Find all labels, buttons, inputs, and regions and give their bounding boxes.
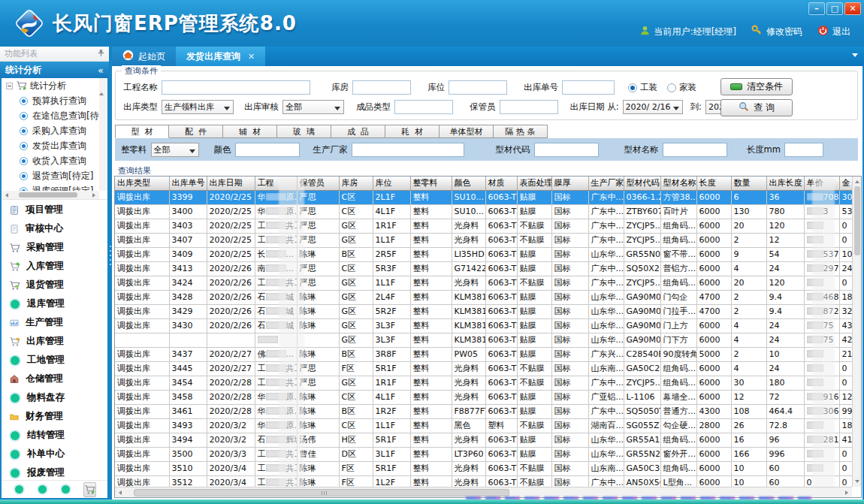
tree-item-shipment-out-query[interactable]: 发货出库查询: [2, 138, 99, 153]
product-type-input[interactable]: [394, 100, 453, 114]
table-row[interactable]: 调拨出库33992020/2/25华原...严思C区2L1F整料SU10...6…: [115, 190, 852, 204]
table-row[interactable]: 调拨出库34292020/2/26石城陈琳G区5R2F整料KLM38176063…: [115, 304, 852, 318]
menu-item-finance[interactable]: 财务管理: [2, 407, 107, 426]
grid-horizontal-scrollbar[interactable]: [115, 487, 852, 497]
mat-tab-single-profile[interactable]: 单体型材: [440, 125, 494, 138]
tree-item-transit-query[interactable]: 在途信息查询[待: [2, 108, 99, 123]
column-header[interactable]: 材质: [485, 177, 517, 190]
search-button[interactable]: 查 询: [721, 99, 793, 116]
column-header[interactable]: 生产厂家: [588, 177, 624, 190]
table-row[interactable]: 调拨出库34132020/2/26南...严思C区5R3F整料G71422606…: [115, 261, 852, 276]
warehouse-input[interactable]: [352, 80, 411, 95]
menu-item-inventory[interactable]: 物料盘存: [2, 388, 107, 407]
order-no-input[interactable]: [562, 80, 615, 95]
tree-item-return-store-query[interactable]: 退库管理[待定]: [2, 183, 99, 191]
table-row[interactable]: 调拨出库35122020/3/4工共工程陈琳F区1L2F整料光身料6063-T5…: [115, 475, 852, 487]
tree-item-return-query[interactable]: 退货查询[待定]: [2, 168, 99, 183]
mat-tab-thermal-strip[interactable]: 隔 热 条: [494, 125, 548, 138]
clear-conditions-button[interactable]: 清空条件: [721, 78, 793, 95]
green-dot-icon[interactable]: [15, 485, 23, 493]
column-header[interactable]: 膜厚: [551, 177, 588, 190]
table-row[interactable]: 调拨出库34242020/2/26工共工程严思G区1L1F整料光身料6063-T…: [115, 276, 852, 290]
table-row[interactable]: 调拨出库34582020/2/28华原...陈琳C区4L1F整料光身料6063-…: [115, 390, 852, 404]
logout-button[interactable]: 退出: [817, 25, 850, 38]
table-row[interactable]: 调拨出库34072020/2/25工共工程严思G区1L1F整料光身料6063-T…: [115, 233, 852, 247]
menu-item-purchase[interactable]: 采购管理: [2, 238, 107, 257]
project-name-input[interactable]: [162, 80, 310, 95]
column-header[interactable]: 库位: [373, 177, 410, 190]
mat-tab-glass[interactable]: 玻 璃: [277, 125, 331, 138]
column-header[interactable]: 出库类型: [115, 177, 169, 190]
whole-part-select[interactable]: 全部: [151, 143, 199, 157]
date-from-select[interactable]: 2020/ 2/16: [623, 100, 683, 114]
sidebar-group-header[interactable]: 统计分析 «: [0, 62, 109, 78]
table-row[interactable]: 调拨出库35002020/3/3工共工程曹佳D区3L1F整料LT3P606063…: [115, 447, 852, 461]
close-button[interactable]: ✕: [844, 2, 861, 15]
change-password-button[interactable]: 修改密码: [751, 25, 802, 38]
mat-tab-finished[interactable]: 成 品: [331, 125, 385, 138]
column-header[interactable]: 出库单号: [169, 177, 207, 190]
column-header[interactable]: 颜色: [452, 177, 485, 190]
table-row[interactable]: 调拨出库34302020/2/26石城陈琳G区3L3F整料KLM38176063…: [115, 318, 852, 333]
minimize-button[interactable]: –: [808, 2, 825, 15]
tree-expander-icon[interactable]: [6, 83, 13, 89]
menu-item-returns[interactable]: 退货管理: [2, 276, 107, 294]
pin-icon[interactable]: [98, 49, 104, 59]
table-row[interactable]: 调拨出库34932020/3/2华原...陈琳C区1L1F整料黑色塑料不贴膜国标…: [115, 418, 852, 433]
menu-item-carryover[interactable]: 结转管理: [2, 426, 107, 445]
menu-item-outbound[interactable]: 出库管理: [2, 332, 107, 351]
column-header[interactable]: 金: [839, 177, 852, 190]
table-row[interactable]: 调拨出库35102020/3/4工共工程陈琳F区5R1F整料光身料6063-T5…: [115, 461, 852, 475]
gongzhuang-radio[interactable]: [628, 83, 637, 92]
table-row[interactable]: 调拨出库34372020/2/27佛...陈琳B区3R8F整料PW056063-…: [115, 347, 852, 361]
column-header[interactable]: 型材名称: [660, 177, 696, 190]
color-input[interactable]: [235, 143, 300, 157]
cart-shortcut-button[interactable]: [83, 482, 96, 497]
column-header[interactable]: 长度: [696, 177, 731, 190]
menu-item-inbound[interactable]: 入库管理: [2, 257, 107, 276]
column-header[interactable]: 出库长度: [766, 177, 804, 190]
tab-shipment-out-query[interactable]: 发货出库查询 ✕: [176, 47, 265, 66]
manufacturer-input[interactable]: [352, 143, 464, 157]
profile-code-input[interactable]: [534, 143, 599, 157]
column-header[interactable]: 整零料: [410, 177, 452, 190]
collapse-icon[interactable]: «: [98, 65, 104, 76]
mat-tab-fittings[interactable]: 配 件: [169, 125, 223, 138]
green-dot-icon[interactable]: [62, 485, 70, 493]
menu-item-audit[interactable]: 审核中心: [2, 219, 107, 238]
tree-item-budget-query[interactable]: 预算执行查询: [2, 93, 99, 108]
jiazhuang-radio[interactable]: [667, 83, 676, 92]
column-header[interactable]: 库房: [339, 177, 373, 190]
menu-item-project[interactable]: 项目管理: [2, 201, 107, 219]
mat-tab-consumable[interactable]: 耗 材: [385, 125, 440, 138]
tree-root-statistics[interactable]: 统计分析: [2, 78, 99, 93]
audit-select[interactable]: 全部: [282, 100, 344, 114]
table-row[interactable]: 调拨出库34612020/2/28华原...陈琳B区1R2F整料F8877FT6…: [115, 404, 852, 418]
table-row[interactable]: 调拨出库34092020/2/25长...陈琳B区2R5F整料LI35HD606…: [115, 247, 852, 261]
table-row[interactable]: 调拨出库34542020/2/28工共工程严思G区1R1F整料光身料6063-T…: [115, 376, 852, 390]
grid-vertical-scrollbar[interactable]: [852, 177, 861, 487]
table-row[interactable]: 调拨出库34942020/3/2石辉城汤伟H区5R1F整料光身料6063-T5贴…: [115, 433, 852, 447]
keeper-input[interactable]: [500, 100, 558, 114]
table-row[interactable]: G区3L3F整料KLM38176063-T5贴膜国标山东华...GA90M09.…: [115, 333, 852, 347]
tree-horizontal-scrollbar[interactable]: [2, 191, 99, 199]
column-header[interactable]: 表面处理: [517, 177, 551, 190]
column-header[interactable]: 工程: [255, 177, 297, 190]
tab-overflow-icon[interactable]: [852, 53, 858, 60]
profile-name-input[interactable]: [663, 143, 727, 157]
menu-item-supplement[interactable]: 补单中心: [2, 445, 107, 463]
column-header[interactable]: 型材代码: [624, 177, 660, 190]
menu-item-warehouse[interactable]: 仓储管理: [2, 370, 107, 388]
green-dot-icon[interactable]: [38, 485, 47, 493]
column-header[interactable]: 出库日期: [207, 177, 255, 190]
location-input[interactable]: [449, 80, 507, 95]
menu-item-return-store[interactable]: 退库管理: [2, 294, 107, 313]
maximize-button[interactable]: □: [826, 2, 843, 15]
table-row[interactable]: 调拨出库34002020/2/25华原...严思C区4L1F整料SU10...6…: [115, 204, 852, 219]
menu-item-production[interactable]: 生产管理: [2, 313, 107, 332]
tree-item-purchase-in-query[interactable]: 采购入库查询: [2, 123, 99, 138]
table-row[interactable]: 调拨出库34032020/2/25工共工程严思G区1R1F整料光身料6063-T…: [115, 219, 852, 233]
menu-item-site[interactable]: 工地管理: [2, 351, 107, 370]
column-header[interactable]: 保管员: [297, 177, 339, 190]
tree-item-receipt-in-query[interactable]: 收货入库查询: [2, 153, 99, 168]
